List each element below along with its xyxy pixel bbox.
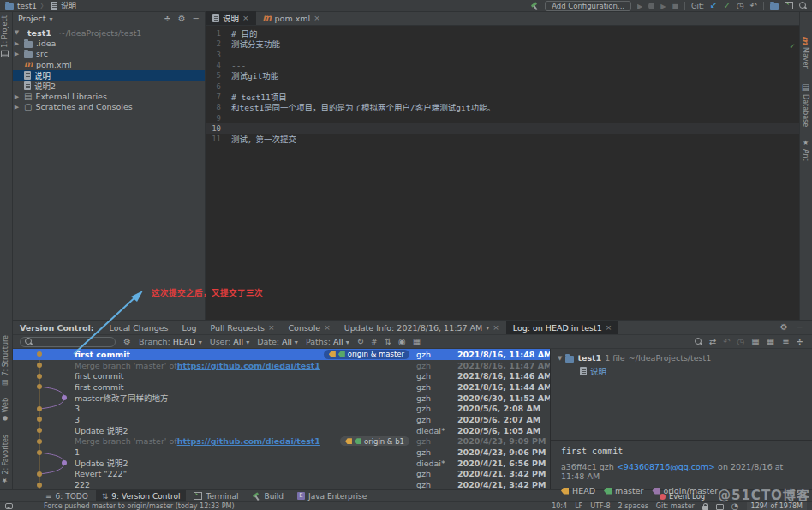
bottom-bar-item[interactable]: Terminal <box>188 490 244 501</box>
tool-stripe-favorites[interactable]: 2: Favorites <box>1 435 9 484</box>
intelli-sort-icon[interactable] <box>413 338 421 346</box>
status-message[interactable]: Force pushed master to origin/master (to… <box>44 502 235 510</box>
build-project-icon[interactable] <box>530 2 539 10</box>
log-row[interactable]: Update 说明2 diedai* 2020/4/21, 6:56 PM <box>13 458 550 469</box>
project-tree-row[interactable]: ▼ test1 ~/IdeaProjects/test1 <box>13 27 205 38</box>
bottom-bar-item[interactable]: Build <box>246 490 290 501</box>
log-row[interactable]: first commit gzh 2021/8/16, 11:44 AM <box>13 381 550 393</box>
git-history-icon[interactable] <box>737 2 744 10</box>
file-encoding[interactable]: UTF-8 <box>590 502 610 510</box>
stop-icon[interactable] <box>672 2 678 10</box>
close-icon[interactable] <box>493 323 499 332</box>
log-row[interactable]: first commit gzh 2021/8/16, 11:46 AM <box>13 370 550 381</box>
commit-author-email[interactable]: <943608716@qq.com> <box>617 462 715 471</box>
bottom-bar-item[interactable]: 9: Version Control <box>96 490 187 501</box>
screen-reader-icon[interactable] <box>716 504 724 510</box>
log-row[interactable]: Update 说明2 diedai* 2020/5/6, 1:05 AM <box>13 425 550 436</box>
close-icon[interactable] <box>268 323 275 332</box>
preview-diff-icon[interactable] <box>398 338 406 346</box>
remote-host-icon[interactable] <box>770 3 779 10</box>
log-row[interactable]: Revert "222" gzh 2020/4/21, 3:42 PM <box>13 469 550 480</box>
tree-arrow-icon[interactable]: ▼ <box>558 355 562 362</box>
gear-icon[interactable] <box>780 323 788 332</box>
hide-panel-icon[interactable] <box>193 15 200 23</box>
log-search-input[interactable] <box>35 338 110 346</box>
tree-arrow-icon[interactable]: ▶ <box>13 93 21 100</box>
close-icon[interactable] <box>606 323 612 332</box>
vc-tab[interactable]: Log <box>176 321 204 334</box>
date-filter[interactable]: Date:All <box>257 337 298 346</box>
breadcrumb-project[interactable]: test1 <box>17 2 37 10</box>
coverage-icon[interactable] <box>660 2 666 10</box>
tool-stripe-ant[interactable]: Ant <box>801 139 809 161</box>
vc-tab[interactable]: Local Changes <box>103 321 176 334</box>
log-row[interactable]: 3 gzh 2020/5/6, 2:07 AM <box>13 414 550 425</box>
changed-file-row[interactable]: 说明 <box>580 365 805 377</box>
bottom-bar-item[interactable]: Java Enterprise <box>291 490 373 501</box>
tool-stripe-web[interactable]: Web <box>1 398 9 422</box>
log-row[interactable]: first commit origin & master gzh 2021/8/… <box>13 349 550 360</box>
group-by-icon[interactable] <box>751 338 759 346</box>
branch-filter[interactable]: Branch:HEAD <box>139 337 202 346</box>
memory-indicator[interactable]: 1294 of 1978M <box>747 502 807 510</box>
tree-arrow-icon[interactable]: ▶ <box>13 40 21 47</box>
git-commit-icon[interactable] <box>723 2 730 10</box>
inspections-ok-icon[interactable] <box>790 42 795 51</box>
log-search-field[interactable] <box>20 337 116 347</box>
project-tree-row[interactable]: ▶ Scratches and Consoles <box>13 102 205 112</box>
run-icon[interactable] <box>637 2 642 10</box>
user-filter[interactable]: User:All <box>210 337 249 346</box>
project-tree-row[interactable]: pom.xml <box>13 59 205 69</box>
ref-label[interactable]: master <box>604 486 644 495</box>
event-bubble-icon[interactable] <box>5 503 13 509</box>
tool-stripe-database[interactable]: Database <box>801 82 809 127</box>
project-tree-row[interactable]: 说明 <box>13 70 205 81</box>
sort-icon[interactable] <box>385 338 391 346</box>
chevron-down-icon[interactable] <box>486 323 489 332</box>
log-row[interactable]: master修改了同样的地方 gzh 2020/6/30, 11:52 AM <box>13 393 550 404</box>
search-everywhere-icon[interactable] <box>799 2 807 9</box>
debug-icon[interactable] <box>648 3 654 9</box>
tree-arrow-icon[interactable]: ▼ <box>13 29 21 36</box>
vc-tab[interactable]: Console <box>281 321 337 334</box>
project-tree-row[interactable]: ▶ .idea <box>13 38 205 48</box>
log-row[interactable]: 1 gzh 2020/4/23, 9:06 PM <box>13 447 550 458</box>
log-row[interactable]: Merge branch 'master' of https://github.… <box>13 360 550 371</box>
tool-stripe-maven[interactable]: Maven <box>801 36 809 70</box>
indent-style[interactable]: 2 spaces <box>618 502 648 510</box>
paths-filter[interactable]: Paths:All <box>306 337 349 346</box>
editor-tab[interactable]: pom.xml <box>256 11 327 25</box>
log-settings-icon[interactable] <box>123 338 131 346</box>
terminal-icon[interactable] <box>785 2 793 9</box>
project-panel-title[interactable]: Project <box>18 14 46 23</box>
git-rollback-icon[interactable] <box>750 2 757 10</box>
vc-tab[interactable]: Update Info: 2021/8/16, 11:57 AM <box>337 321 506 334</box>
tree-arrow-icon[interactable]: ▶ <box>13 51 21 57</box>
caret-position[interactable]: 10:4 <box>552 502 567 510</box>
git-update-icon[interactable] <box>710 2 717 10</box>
rollback-icon[interactable] <box>723 338 730 346</box>
project-tree-row[interactable]: 说明2 <box>13 81 205 91</box>
gear-icon[interactable] <box>178 15 186 23</box>
commit-hash[interactable]: a36ff4c1 <box>561 462 597 471</box>
changed-files-root[interactable]: ▼ test1 1 file ~/IdeaProjects/test1 <box>558 353 805 363</box>
event-log-button[interactable]: Event Log <box>660 492 705 501</box>
splitter-icon[interactable] <box>797 338 803 346</box>
select-opened-file-icon[interactable] <box>164 15 170 23</box>
collapse-all-icon[interactable] <box>782 338 789 346</box>
layout-icon[interactable] <box>767 338 774 346</box>
close-icon[interactable] <box>313 14 320 22</box>
project-tree-row[interactable]: ▶ External Libraries <box>13 91 205 101</box>
ref-label[interactable]: HEAD <box>561 486 595 495</box>
match-case-icon[interactable] <box>695 338 702 345</box>
log-row[interactable]: 222 gzh 2020/4/21, 3:42 PM <box>13 479 550 489</box>
project-tree-row[interactable]: ▶ src <box>13 49 205 59</box>
vc-tab[interactable]: Log: on HEAD in test1 <box>506 321 619 334</box>
run-configuration-select[interactable]: Add Configuration... <box>545 1 631 11</box>
bottom-bar-item[interactable]: 6: TODO <box>39 490 94 501</box>
chevron-down-icon[interactable] <box>50 15 53 23</box>
close-icon[interactable] <box>324 323 331 332</box>
tool-stripe-project[interactable]: 1: Project <box>1 15 9 59</box>
lock-icon[interactable] <box>702 506 708 510</box>
commit-message-link[interactable]: https://github.com/diedai/test1 <box>177 436 320 446</box>
